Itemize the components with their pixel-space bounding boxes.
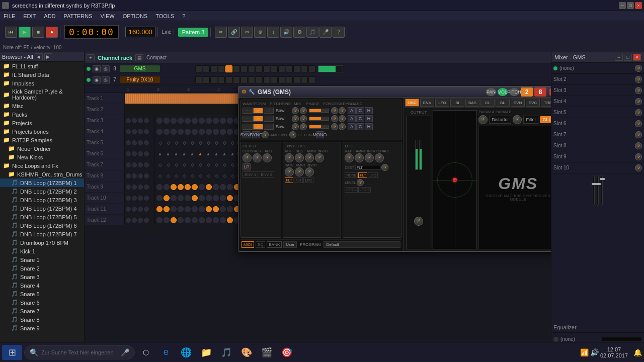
seq-step-dot[interactable] (213, 129, 219, 135)
lfo-invrt-knob[interactable] (365, 153, 374, 162)
pad[interactable] (308, 65, 315, 72)
pad[interactable] (278, 65, 285, 72)
seq-control-dot[interactable] (126, 118, 131, 123)
phase-knob-2[interactable] (331, 115, 338, 122)
seq-step-dot[interactable] (227, 129, 233, 135)
browser-item-impulses[interactable]: 📁 Impulses (0, 79, 84, 87)
mixer-knob-7[interactable] (635, 131, 642, 138)
bottom-fader-1[interactable] (602, 337, 642, 342)
seq-step-dot[interactable] (185, 118, 191, 124)
menu-file[interactable]: FILE (2, 13, 17, 20)
lfo2-footer-btn[interactable]: LFO 2 (358, 187, 371, 193)
none-btn[interactable]: NONE (345, 172, 358, 178)
browser-item-ksihmr[interactable]: 📁 KSIHMR_Orc..stra_Drums (0, 170, 84, 178)
fader-thumb-2[interactable] (596, 183, 601, 185)
seq-step-dot[interactable] (213, 195, 219, 201)
seq-step-dot[interactable]: ◇ (229, 173, 236, 178)
seq-step-dot[interactable]: ◇ (213, 162, 220, 167)
seq-control-dot[interactable] (126, 140, 131, 145)
seq-step-dot[interactable] (185, 195, 191, 201)
pad[interactable] (195, 65, 202, 72)
pad[interactable] (308, 76, 315, 83)
seq-step-dot[interactable]: ▲ (197, 151, 204, 156)
seq-control-dot[interactable] (138, 196, 143, 201)
seq-step-dot[interactable] (156, 206, 163, 212)
pad[interactable] (263, 65, 270, 72)
seq-control-dot[interactable] (132, 162, 137, 167)
ch-name-gms[interactable]: GMS (120, 65, 160, 72)
pad[interactable] (210, 65, 217, 72)
flt-btn1[interactable]: FLT (285, 177, 294, 183)
kb-btn-8[interactable]: C (356, 123, 364, 130)
seq-control-dot[interactable] (144, 151, 149, 156)
mixer-slot-4[interactable]: Slot 4 (551, 96, 644, 107)
seq-control-dot[interactable] (126, 173, 131, 178)
seq-step-dot[interactable] (171, 129, 177, 135)
kb-btn-4[interactable]: A (348, 115, 356, 122)
ch-led-gms[interactable] (86, 66, 91, 71)
browser-item-new-kicks[interactable]: 📁 New Kicks (0, 153, 84, 161)
channel-rack-compact-btn[interactable]: ▤ (135, 54, 143, 61)
seq-step-dot[interactable]: ◇ (213, 173, 220, 178)
gms-tab-gl[interactable]: GL (480, 99, 495, 107)
wave-btn-5[interactable]: ⟋ (253, 116, 263, 122)
seq-step-dot[interactable]: ▲ (173, 151, 180, 156)
param-b-knob[interactable] (513, 115, 522, 124)
rate-knob[interactable] (285, 167, 294, 176)
seq-control-dot[interactable] (132, 196, 137, 201)
pad[interactable] (293, 76, 300, 83)
seq-control-dot[interactable] (132, 173, 137, 178)
env2-btn[interactable]: ENV 2 (259, 171, 274, 178)
seq-step-dot[interactable]: ▲ (181, 151, 188, 156)
seq-step-dot[interactable] (220, 118, 226, 124)
gms-tab-bas[interactable]: BAS (465, 99, 479, 107)
kb-btn-5[interactable]: C (356, 115, 364, 122)
gms-tab-bi[interactable]: BI (450, 99, 464, 107)
pad[interactable] (233, 76, 240, 83)
taskbar-task-view[interactable]: ⬡ (137, 344, 155, 361)
phase-knob-1[interactable] (331, 107, 338, 114)
notification-icon[interactable]: 🔔 (633, 348, 642, 356)
seq-control-dot[interactable] (144, 129, 149, 134)
seq-control-dot[interactable] (138, 151, 143, 156)
browser-item-r3t3p[interactable]: 📁 R3T3P Samples (0, 136, 84, 144)
atk-knob[interactable] (285, 153, 294, 162)
seq-step-dot[interactable] (192, 195, 198, 201)
pattern-button[interactable]: Pattern 3 (178, 28, 209, 37)
seq-step-dot[interactable]: ◇ (189, 140, 196, 145)
gms-tab-osc[interactable]: OSC (405, 99, 419, 107)
browser-item-snare5[interactable]: 🎵 Snare 5 (0, 290, 84, 298)
env1-btn[interactable]: ENV 1 (243, 171, 258, 178)
seq-step-dot[interactable] (220, 129, 226, 135)
force-knob-3[interactable] (339, 123, 346, 130)
start-button[interactable]: ⊞ (2, 345, 22, 360)
distortor-btn[interactable]: Distortor (489, 116, 511, 124)
gms-tab-tre[interactable]: TRE (541, 99, 551, 107)
play-btn[interactable]: ▶ (19, 27, 31, 38)
browser-item-dnb4[interactable]: 🎵 DNB Loop (172BPM) 4 (0, 204, 84, 213)
seq-step-dot[interactable]: ◇ (221, 173, 228, 178)
seq-control-dot[interactable] (132, 140, 137, 145)
seq-control-dot[interactable] (126, 218, 131, 223)
browser-item-kick[interactable]: 📁 Kick Sampel P..yle & Hardcore) (0, 87, 84, 102)
lfo-rate-knob[interactable] (345, 153, 354, 162)
menu-help[interactable]: ? (181, 13, 187, 20)
mixer-close-btn[interactable]: × (633, 54, 641, 61)
seq-step-dot[interactable]: ◇ (181, 173, 188, 178)
gms-close-btn[interactable]: × (549, 88, 551, 96)
seq-control-dot[interactable] (132, 118, 137, 123)
browser-item-snare4[interactable]: 🎵 Snare 4 (0, 281, 84, 290)
bank-label[interactable]: BANK (267, 241, 282, 248)
volume-icon[interactable]: 🔊 (590, 348, 599, 356)
lfo-shape-knob2[interactable] (381, 164, 388, 171)
minimize-btn[interactable]: – (619, 2, 626, 9)
cutoff-knob[interactable] (243, 153, 252, 162)
browser-item-kick1[interactable]: 🎵 Kick 1 (0, 247, 84, 255)
tool-btn-9[interactable]: 🎤 (319, 27, 332, 38)
fine-knob-3[interactable] (300, 123, 307, 130)
vol-knob[interactable] (414, 217, 423, 226)
ch-solo-gms[interactable]: ◎ (102, 65, 110, 72)
taskbar-browser[interactable]: 🌐 (177, 344, 195, 361)
seq-step-dot[interactable]: ▲ (205, 151, 212, 156)
pitch-knob-1[interactable] (292, 107, 299, 114)
